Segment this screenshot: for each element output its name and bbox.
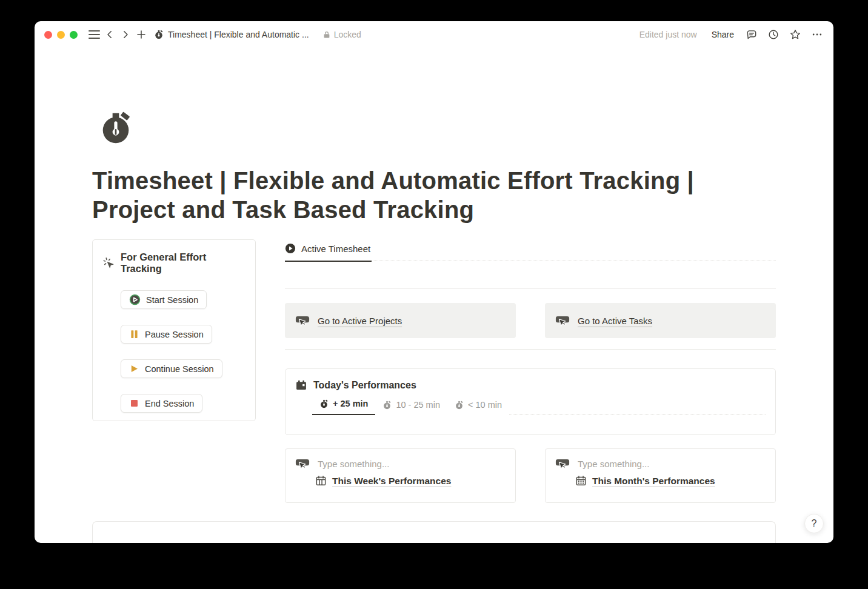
favorite-button[interactable]	[787, 27, 803, 42]
more-icon	[811, 28, 823, 41]
mouse-pointer-click-icon	[102, 257, 115, 270]
tabrow-dotted-line	[372, 261, 776, 261]
plus-icon	[136, 29, 147, 40]
tab-under-10-min[interactable]: < 10 min	[447, 400, 509, 415]
timesheet-tabrow: Active Timesheet	[285, 239, 776, 262]
tab-10-25-min-label: 10 - 25 min	[396, 400, 440, 410]
locked-label: Locked	[334, 30, 361, 39]
calendar-icon	[295, 379, 307, 391]
menu-icon	[88, 30, 100, 39]
play-circle-icon	[129, 294, 141, 305]
zoom-button[interactable]	[70, 31, 78, 39]
timesheet-column: Active Timesheet Go to Active Projects	[285, 239, 776, 503]
month-placeholder-text: Type something...	[578, 459, 649, 469]
pause-session-label: Pause Session	[145, 330, 204, 339]
close-button[interactable]	[44, 31, 52, 39]
stopwatch-icon	[382, 401, 392, 410]
back-icon	[104, 29, 115, 40]
pause-session-button[interactable]: Pause Session	[121, 325, 212, 344]
today-performances-label: Today's Performances	[313, 380, 416, 391]
period-row: Type something... This Week's Performanc…	[285, 448, 776, 503]
today-performances-heading: Today's Performances	[295, 379, 766, 391]
new-tab-button[interactable]	[133, 27, 149, 42]
stop-icon	[129, 398, 139, 408]
window-controls	[44, 31, 78, 39]
comments-button[interactable]	[744, 27, 760, 42]
end-session-label: End Session	[145, 399, 194, 408]
favorite-star-icon	[789, 28, 801, 41]
continue-session-button[interactable]: Continue Session	[121, 359, 222, 378]
updates-button[interactable]	[766, 27, 781, 42]
go-to-active-projects-link[interactable]: Go to Active Projects	[318, 316, 402, 326]
stopwatch-icon	[154, 30, 164, 39]
today-performances-card: Today's Performances + 25 min	[285, 368, 776, 435]
forward-icon	[120, 29, 131, 40]
notion-window: Timesheet | Flexible and Automatic ... L…	[35, 21, 833, 543]
today-tabs: + 25 min 10 - 25 min < 10	[312, 399, 766, 415]
general-effort-card: For General Effort Tracking Start Sessio…	[92, 239, 256, 421]
lock-icon	[322, 30, 331, 39]
stopwatch-icon	[455, 401, 464, 410]
help-button[interactable]: ?	[804, 514, 824, 533]
cursor-button-icon	[555, 457, 570, 471]
week-link-line[interactable]: This Week's Performances	[315, 475, 506, 487]
tab-10-25-min[interactable]: 10 - 25 min	[375, 400, 447, 415]
forward-button[interactable]	[118, 27, 133, 42]
play-circle-icon	[285, 243, 296, 254]
tab-plus-25-min-label: + 25 min	[333, 399, 368, 408]
titlebar: Timesheet | Flexible and Automatic ... L…	[35, 21, 833, 48]
tab-active-timesheet-label: Active Timesheet	[301, 244, 370, 254]
tab-active-timesheet[interactable]: Active Timesheet	[285, 243, 372, 262]
this-month-performances-link[interactable]: This Month's Performances	[592, 476, 715, 487]
divider	[285, 349, 776, 350]
active-links-row: Go to Active Projects Go to Active Tasks	[285, 303, 776, 338]
calendar-month-icon	[575, 475, 587, 487]
go-to-active-tasks-block[interactable]: Go to Active Tasks	[545, 303, 776, 338]
month-placeholder-block[interactable]: Type something...	[555, 457, 766, 471]
updates-clock-icon	[767, 28, 780, 41]
page-tab[interactable]: Timesheet | Flexible and Automatic ...	[154, 30, 309, 39]
pause-icon	[129, 329, 139, 339]
back-button[interactable]	[102, 27, 118, 42]
comment-icon	[746, 28, 758, 41]
more-button[interactable]	[809, 27, 825, 42]
start-session-button[interactable]: Start Session	[121, 290, 207, 309]
continue-session-label: Continue Session	[145, 364, 214, 374]
start-session-label: Start Session	[146, 295, 198, 305]
stopwatch-icon	[319, 399, 329, 408]
share-button[interactable]: Share	[708, 27, 738, 42]
page-stopwatch-icon[interactable]	[97, 108, 135, 145]
general-effort-heading-label: For General Effort Tracking	[121, 251, 245, 275]
month-link-line[interactable]: This Month's Performances	[575, 475, 766, 487]
lock-toggle[interactable]: Locked	[322, 30, 361, 39]
general-effort-heading: For General Effort Tracking	[102, 251, 245, 275]
cursor-button-icon	[295, 314, 310, 328]
week-placeholder-text: Type something...	[318, 459, 389, 469]
week-placeholder-block[interactable]: Type something...	[295, 457, 506, 471]
month-performances-box: Type something... This Month's Performan…	[545, 448, 776, 503]
go-to-active-tasks-link[interactable]: Go to Active Tasks	[578, 316, 652, 326]
week-performances-box: Type something... This Week's Performanc…	[285, 448, 516, 503]
today-tabs-dotted-line	[509, 414, 766, 414]
cursor-button-icon	[295, 457, 310, 471]
edited-status: Edited just now	[639, 30, 697, 39]
end-session-button[interactable]: End Session	[121, 394, 202, 413]
play-icon	[129, 364, 139, 374]
page-tab-title: Timesheet | Flexible and Automatic ...	[168, 30, 309, 39]
divider	[285, 288, 776, 289]
page-title: Timesheet | Flexible and Automatic Effor…	[92, 166, 759, 224]
go-to-active-projects-block[interactable]: Go to Active Projects	[285, 303, 516, 338]
this-week-performances-link[interactable]: This Week's Performances	[332, 476, 451, 487]
page-content: Timesheet | Flexible and Automatic Effor…	[92, 108, 776, 543]
next-section-partial-box	[92, 521, 776, 543]
titlebar-right: Edited just now Share	[639, 27, 825, 42]
main-row: For General Effort Tracking Start Sessio…	[92, 239, 776, 503]
tab-under-10-min-label: < 10 min	[468, 400, 502, 410]
help-button-label: ?	[812, 518, 817, 529]
calendar-week-icon	[315, 475, 327, 487]
minimize-button[interactable]	[57, 31, 65, 39]
cursor-button-icon	[555, 314, 570, 328]
tab-plus-25-min[interactable]: + 25 min	[312, 399, 375, 415]
sidebar-menu-button[interactable]	[86, 27, 102, 42]
